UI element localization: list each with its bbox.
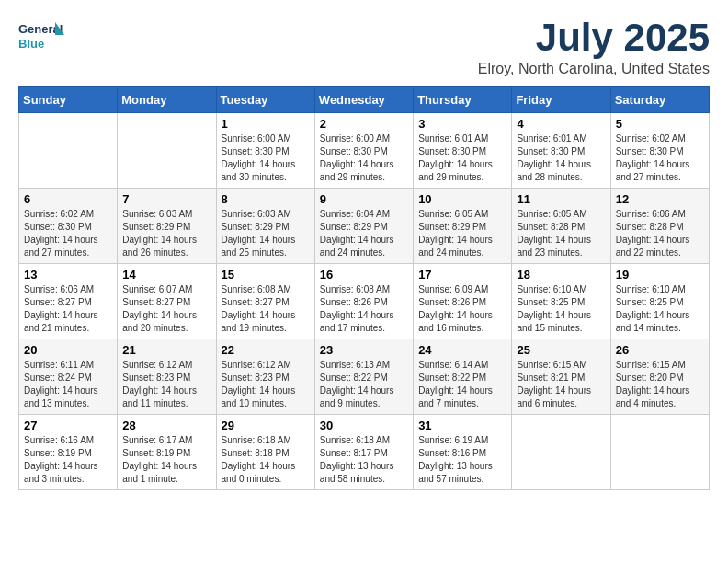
weekday-header-tuesday: Tuesday xyxy=(216,87,314,113)
day-number: 14 xyxy=(122,268,210,282)
day-info: Sunrise: 6:07 AM Sunset: 8:27 PM Dayligh… xyxy=(122,283,210,335)
calendar-cell xyxy=(19,113,118,189)
day-number: 8 xyxy=(222,192,310,206)
calendar-week-5: 27Sunrise: 6:16 AM Sunset: 8:19 PM Dayli… xyxy=(19,415,710,490)
calendar-cell: 19Sunrise: 6:10 AM Sunset: 8:25 PM Dayli… xyxy=(610,264,709,339)
day-number: 7 xyxy=(122,192,210,206)
calendar-cell: 22Sunrise: 6:12 AM Sunset: 8:23 PM Dayli… xyxy=(216,339,314,415)
day-info: Sunrise: 6:18 AM Sunset: 8:18 PM Dayligh… xyxy=(222,434,310,486)
day-number: 2 xyxy=(320,117,408,131)
calendar-cell: 17Sunrise: 6:09 AM Sunset: 8:26 PM Dayli… xyxy=(414,264,512,339)
day-info: Sunrise: 6:13 AM Sunset: 8:22 PM Dayligh… xyxy=(320,359,408,410)
day-number: 11 xyxy=(517,192,605,206)
calendar-cell: 2Sunrise: 6:00 AM Sunset: 8:30 PM Daylig… xyxy=(314,113,413,189)
day-info: Sunrise: 6:00 AM Sunset: 8:30 PM Dayligh… xyxy=(320,132,408,184)
weekday-header-wednesday: Wednesday xyxy=(314,87,413,113)
calendar-cell: 20Sunrise: 6:11 AM Sunset: 8:24 PM Dayli… xyxy=(19,339,118,415)
day-number: 12 xyxy=(616,192,704,206)
day-number: 21 xyxy=(122,343,210,357)
svg-text:Blue: Blue xyxy=(18,37,44,51)
day-info: Sunrise: 6:11 AM Sunset: 8:24 PM Dayligh… xyxy=(24,359,112,410)
day-info: Sunrise: 6:15 AM Sunset: 8:20 PM Dayligh… xyxy=(616,359,704,410)
calendar-week-3: 13Sunrise: 6:06 AM Sunset: 8:27 PM Dayli… xyxy=(19,264,710,339)
day-info: Sunrise: 6:05 AM Sunset: 8:28 PM Dayligh… xyxy=(517,208,605,259)
logo-svg: General Blue xyxy=(18,18,64,57)
calendar-cell: 26Sunrise: 6:15 AM Sunset: 8:20 PM Dayli… xyxy=(610,339,709,415)
day-number: 6 xyxy=(24,192,112,206)
day-number: 26 xyxy=(616,343,704,357)
weekday-header-sunday: Sunday xyxy=(19,87,118,113)
day-number: 19 xyxy=(616,268,704,282)
calendar-cell: 21Sunrise: 6:12 AM Sunset: 8:23 PM Dayli… xyxy=(118,339,216,415)
calendar-week-4: 20Sunrise: 6:11 AM Sunset: 8:24 PM Dayli… xyxy=(19,339,710,415)
calendar-cell: 5Sunrise: 6:02 AM Sunset: 8:30 PM Daylig… xyxy=(610,113,709,189)
calendar-week-2: 6Sunrise: 6:02 AM Sunset: 8:30 PM Daylig… xyxy=(19,189,710,264)
calendar-cell: 10Sunrise: 6:05 AM Sunset: 8:29 PM Dayli… xyxy=(414,189,512,264)
day-number: 30 xyxy=(320,419,408,432)
day-number: 15 xyxy=(222,268,310,282)
weekday-header-friday: Friday xyxy=(512,87,610,113)
day-number: 17 xyxy=(418,268,506,282)
calendar-cell: 28Sunrise: 6:17 AM Sunset: 8:19 PM Dayli… xyxy=(118,415,216,490)
day-number: 5 xyxy=(616,117,704,131)
calendar-cell: 23Sunrise: 6:13 AM Sunset: 8:22 PM Dayli… xyxy=(314,339,413,415)
day-info: Sunrise: 6:10 AM Sunset: 8:25 PM Dayligh… xyxy=(616,283,704,335)
day-number: 18 xyxy=(517,268,605,282)
day-number: 20 xyxy=(24,343,112,357)
weekday-header-row: SundayMondayTuesdayWednesdayThursdayFrid… xyxy=(19,87,710,113)
weekday-header-thursday: Thursday xyxy=(414,87,512,113)
day-number: 10 xyxy=(418,192,506,206)
day-number: 28 xyxy=(122,419,210,432)
title-block: July 2025 Elroy, North Carolina, United … xyxy=(478,18,710,77)
day-info: Sunrise: 6:19 AM Sunset: 8:16 PM Dayligh… xyxy=(418,434,506,486)
calendar-cell: 24Sunrise: 6:14 AM Sunset: 8:22 PM Dayli… xyxy=(414,339,512,415)
day-number: 27 xyxy=(24,419,112,432)
calendar-cell: 31Sunrise: 6:19 AM Sunset: 8:16 PM Dayli… xyxy=(414,415,512,490)
day-number: 31 xyxy=(418,419,506,432)
calendar-cell xyxy=(512,415,610,490)
weekday-header-monday: Monday xyxy=(118,87,216,113)
day-number: 24 xyxy=(418,343,506,357)
day-info: Sunrise: 6:15 AM Sunset: 8:21 PM Dayligh… xyxy=(517,359,605,410)
day-info: Sunrise: 6:16 AM Sunset: 8:19 PM Dayligh… xyxy=(24,434,112,486)
day-info: Sunrise: 6:03 AM Sunset: 8:29 PM Dayligh… xyxy=(222,208,310,259)
day-info: Sunrise: 6:02 AM Sunset: 8:30 PM Dayligh… xyxy=(616,132,704,184)
calendar-cell: 9Sunrise: 6:04 AM Sunset: 8:29 PM Daylig… xyxy=(314,189,413,264)
day-info: Sunrise: 6:06 AM Sunset: 8:28 PM Dayligh… xyxy=(616,208,704,259)
day-number: 23 xyxy=(320,343,408,357)
calendar-week-1: 1Sunrise: 6:00 AM Sunset: 8:30 PM Daylig… xyxy=(19,113,710,189)
day-number: 13 xyxy=(24,268,112,282)
day-info: Sunrise: 6:12 AM Sunset: 8:23 PM Dayligh… xyxy=(122,359,210,410)
day-info: Sunrise: 6:14 AM Sunset: 8:22 PM Dayligh… xyxy=(418,359,506,410)
calendar-cell: 13Sunrise: 6:06 AM Sunset: 8:27 PM Dayli… xyxy=(19,264,118,339)
calendar-cell: 3Sunrise: 6:01 AM Sunset: 8:30 PM Daylig… xyxy=(414,113,512,189)
day-number: 25 xyxy=(517,343,605,357)
day-info: Sunrise: 6:03 AM Sunset: 8:29 PM Dayligh… xyxy=(122,208,210,259)
day-info: Sunrise: 6:04 AM Sunset: 8:29 PM Dayligh… xyxy=(320,208,408,259)
calendar-table: SundayMondayTuesdayWednesdayThursdayFrid… xyxy=(18,86,710,490)
logo: General Blue xyxy=(18,18,64,57)
day-number: 29 xyxy=(222,419,310,432)
calendar-cell: 4Sunrise: 6:01 AM Sunset: 8:30 PM Daylig… xyxy=(512,113,610,189)
day-info: Sunrise: 6:00 AM Sunset: 8:30 PM Dayligh… xyxy=(222,132,310,184)
day-number: 9 xyxy=(320,192,408,206)
day-info: Sunrise: 6:02 AM Sunset: 8:30 PM Dayligh… xyxy=(24,208,112,259)
calendar-cell: 12Sunrise: 6:06 AM Sunset: 8:28 PM Dayli… xyxy=(610,189,709,264)
calendar-cell: 18Sunrise: 6:10 AM Sunset: 8:25 PM Dayli… xyxy=(512,264,610,339)
day-number: 4 xyxy=(517,117,605,131)
day-number: 22 xyxy=(222,343,310,357)
day-info: Sunrise: 6:17 AM Sunset: 8:19 PM Dayligh… xyxy=(122,434,210,486)
day-info: Sunrise: 6:08 AM Sunset: 8:27 PM Dayligh… xyxy=(222,283,310,335)
day-info: Sunrise: 6:05 AM Sunset: 8:29 PM Dayligh… xyxy=(418,208,506,259)
weekday-header-saturday: Saturday xyxy=(610,87,709,113)
calendar-cell: 25Sunrise: 6:15 AM Sunset: 8:21 PM Dayli… xyxy=(512,339,610,415)
month-title: July 2025 xyxy=(478,18,710,57)
calendar-cell: 27Sunrise: 6:16 AM Sunset: 8:19 PM Dayli… xyxy=(19,415,118,490)
day-info: Sunrise: 6:01 AM Sunset: 8:30 PM Dayligh… xyxy=(517,132,605,184)
day-info: Sunrise: 6:06 AM Sunset: 8:27 PM Dayligh… xyxy=(24,283,112,335)
calendar-cell: 7Sunrise: 6:03 AM Sunset: 8:29 PM Daylig… xyxy=(118,189,216,264)
calendar-cell: 15Sunrise: 6:08 AM Sunset: 8:27 PM Dayli… xyxy=(216,264,314,339)
day-info: Sunrise: 6:18 AM Sunset: 8:17 PM Dayligh… xyxy=(320,434,408,486)
calendar-cell: 11Sunrise: 6:05 AM Sunset: 8:28 PM Dayli… xyxy=(512,189,610,264)
day-info: Sunrise: 6:10 AM Sunset: 8:25 PM Dayligh… xyxy=(517,283,605,335)
